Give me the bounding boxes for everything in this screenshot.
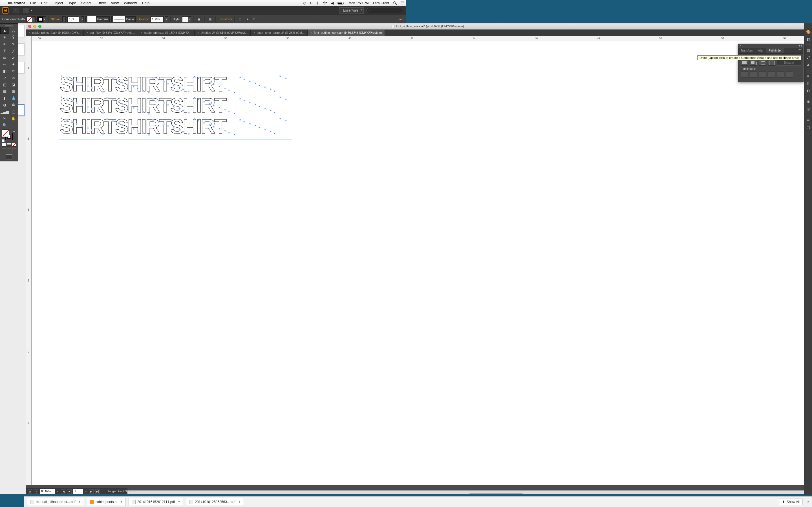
bridge-icon[interactable]: Br xyxy=(13,8,19,13)
none-button[interactable] xyxy=(12,143,16,147)
wifi-icon[interactable] xyxy=(320,0,329,6)
document-tab[interactable]: ×font_outline_work.ai* @ 66.67% (CMYK/Pr… xyxy=(308,30,385,36)
width-tool[interactable]: ⎋ xyxy=(9,74,18,81)
bluetooth-icon[interactable]: ᚼ xyxy=(315,0,320,6)
chevron-down-icon[interactable]: ▼ xyxy=(81,16,84,22)
menu-select[interactable]: Select xyxy=(79,1,94,5)
document-tab[interactable]: ×cut_file* @ 81% (CMYK/Previe... xyxy=(84,30,138,36)
stroke-link[interactable]: Stroke: xyxy=(51,17,61,21)
app-menu[interactable]: Illustrator xyxy=(6,1,28,5)
draw-normal-icon[interactable] xyxy=(2,148,6,152)
document-tab[interactable]: ×cable_prints.ai @ 150% (CMYK/... xyxy=(138,30,195,36)
minimize-window-button[interactable] xyxy=(33,25,36,28)
timemachine-icon[interactable]: ↻ xyxy=(308,0,315,6)
blend-tool[interactable]: ◑ xyxy=(0,101,9,108)
lasso-tool[interactable]: ʕ xyxy=(9,34,18,41)
menu-view[interactable]: View xyxy=(108,1,121,5)
symbol-sprayer-tool[interactable]: ✲ xyxy=(9,101,18,108)
menu-file[interactable]: File xyxy=(28,1,39,5)
notification-center-icon[interactable]: ☰ xyxy=(399,0,406,6)
menubar-user[interactable]: Lara Grant xyxy=(371,0,391,6)
close-tab-icon[interactable]: × xyxy=(310,31,312,34)
canvas[interactable]: SHIRTSHIRTSHIRT SHIRTSHIRTSHIRT SHIRTSHI… xyxy=(32,41,406,253)
screen-mode-button[interactable] xyxy=(6,154,12,159)
eyedropper-tool[interactable]: 💧 xyxy=(9,95,18,101)
chevron-down-icon[interactable]: ▼ xyxy=(253,18,255,20)
fill-swatch[interactable] xyxy=(27,16,33,22)
stroke-swatch[interactable] xyxy=(37,16,43,22)
mesh-tool[interactable]: ⊞ xyxy=(9,88,18,95)
recolor-artwork-button[interactable]: ◉ xyxy=(196,16,202,22)
color-button[interactable] xyxy=(2,143,6,147)
zoom-tool[interactable]: 🔍 xyxy=(0,122,9,128)
blob-brush-tool[interactable]: ✦ xyxy=(9,61,18,68)
rectangle-tool[interactable]: ▭ xyxy=(0,54,9,61)
ruler-origin[interactable] xyxy=(26,36,32,41)
horizontal-ruler[interactable]: 30 32 34 36 38 40 42 44 46 48 50 52 54 xyxy=(32,36,406,41)
selected-artwork[interactable]: SHIRTSHIRTSHIRT SHIRTSHIRTSHIRT SHIRTSHI… xyxy=(60,75,291,138)
variable-width-profile[interactable]: Uniform▼ xyxy=(86,16,110,22)
draw-behind-icon[interactable] xyxy=(7,148,11,152)
help-search-input[interactable] xyxy=(366,8,403,13)
zoom-window-button[interactable] xyxy=(38,25,42,28)
menu-effect[interactable]: Effect xyxy=(94,1,108,5)
draw-inside-icon[interactable] xyxy=(12,148,16,152)
close-tab-icon[interactable]: × xyxy=(197,31,199,34)
close-window-button[interactable] xyxy=(28,25,31,28)
arrange-documents-button[interactable] xyxy=(23,8,29,13)
fill-stroke-control[interactable]: ⇄ xyxy=(1,129,17,142)
scale-tool[interactable]: ⤢ xyxy=(0,74,9,81)
pen-tool[interactable]: ✒ xyxy=(0,41,9,47)
column-graph-tool[interactable]: ▁▃▅ xyxy=(0,108,9,115)
close-tab-icon[interactable]: × xyxy=(141,31,143,34)
fill-color-icon[interactable] xyxy=(2,129,9,137)
opacity-input[interactable]: 100% xyxy=(151,16,163,22)
select-similar-button[interactable]: ✦ xyxy=(245,16,251,22)
transform-link[interactable]: Transform xyxy=(218,17,232,21)
brush-definition[interactable]: Basic▼ xyxy=(111,16,136,22)
stroke-weight-stepper[interactable]: ▲▼ xyxy=(62,16,66,22)
perspective-grid-tool[interactable]: ▦ xyxy=(0,88,9,95)
window-titlebar[interactable]: font_outline_work.ai* @ 66.67% (CMYK/Pre… xyxy=(26,23,406,30)
workspace-switcher[interactable]: Essentials xyxy=(339,7,364,13)
slice-tool[interactable]: ✂ xyxy=(0,115,9,122)
free-transform-tool[interactable]: ◫ xyxy=(0,81,9,88)
gradient-tool[interactable]: ▮ xyxy=(0,95,9,101)
close-tab-icon[interactable]: × xyxy=(29,31,31,34)
selection-tool[interactable]: ▲ xyxy=(0,27,9,34)
chevron-down-icon[interactable]: ▼ xyxy=(165,16,168,22)
pencil-tool[interactable]: ✏ xyxy=(0,61,9,68)
vertical-ruler[interactable]: 14 16 18 20 22 24 xyxy=(26,41,32,253)
menu-window[interactable]: Window xyxy=(121,1,139,5)
document-tab[interactable]: ×Untitled-2* @ 81% (CMYK/Previ... xyxy=(195,30,251,36)
line-segment-tool[interactable]: ╱ xyxy=(9,47,18,54)
control-panel-menu[interactable]: ▸≡ xyxy=(399,17,404,21)
menu-edit[interactable]: Edit xyxy=(39,1,50,5)
menubar-status-icon[interactable]: ◎ xyxy=(301,0,308,6)
magic-wand-tool[interactable]: ✶ xyxy=(0,34,9,41)
swap-fill-stroke-icon[interactable]: ⇄ xyxy=(13,129,15,132)
document-tab[interactable]: ×laser_shirt_large.ai* @ 25% (CM... xyxy=(251,30,308,36)
shape-builder-tool[interactable]: ◪ xyxy=(9,81,18,88)
battery-icon[interactable] xyxy=(336,0,346,6)
document-tab[interactable]: ×cable_prints_2.ai* @ 100% (CMY... xyxy=(26,30,84,36)
hand-tool[interactable]: ✋ xyxy=(9,115,18,122)
isolate-button[interactable]: ⬚ xyxy=(237,16,243,22)
direct-selection-tool[interactable]: △ xyxy=(9,27,18,34)
volume-icon[interactable]: ◀ xyxy=(329,0,336,6)
spotlight-icon[interactable] xyxy=(391,0,399,6)
chevron-down-icon[interactable]: ▼ xyxy=(33,16,36,22)
graphic-style-swatch[interactable] xyxy=(182,16,188,22)
chevron-down-icon[interactable]: ▼ xyxy=(43,16,46,22)
artboard-tool[interactable]: ▢ xyxy=(9,108,18,115)
menu-type[interactable]: Type xyxy=(66,1,79,5)
add-anchor-tool[interactable]: ✎ xyxy=(9,41,18,47)
panel-grip[interactable] xyxy=(0,25,18,27)
paintbrush-tool[interactable]: 🖌 xyxy=(9,54,18,61)
menu-object[interactable]: Object xyxy=(50,1,66,5)
menu-help[interactable]: Help xyxy=(139,1,152,5)
rotate-tool[interactable]: ⟳ xyxy=(9,68,18,74)
stroke-weight-input[interactable]: 1 pt xyxy=(67,16,79,22)
menubar-clock[interactable]: Mon 1:59 PM xyxy=(346,0,371,6)
eraser-tool[interactable]: ◧ xyxy=(0,68,9,74)
